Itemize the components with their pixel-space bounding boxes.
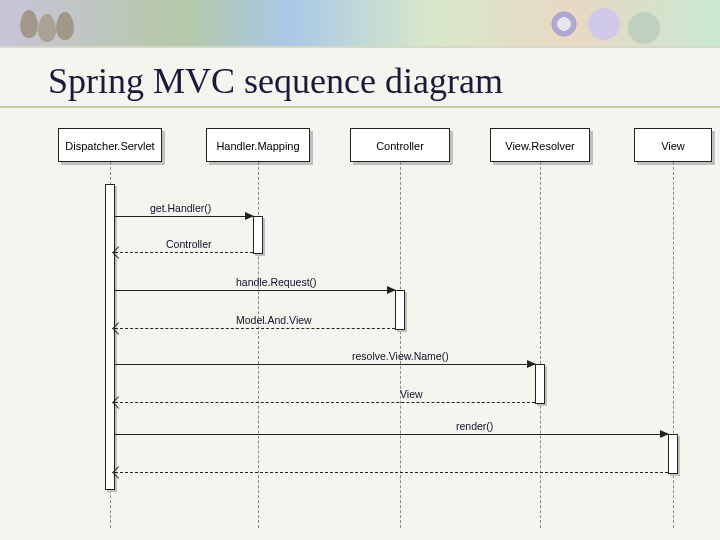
message-6: render(): [115, 434, 668, 435]
participant-resolver: View.Resolver: [490, 128, 590, 162]
message-label: render(): [456, 420, 493, 432]
message-5: View: [115, 402, 535, 403]
message-2: handle.Request(): [115, 290, 395, 291]
return-line-icon: [115, 472, 668, 473]
message-label: Controller: [166, 238, 212, 250]
call-line-icon: [115, 290, 395, 291]
activation-resolver: [535, 364, 545, 404]
call-line-icon: [115, 364, 535, 365]
message-label: View: [400, 388, 423, 400]
message-label: handle.Request(): [236, 276, 317, 288]
call-line-icon: [115, 434, 668, 435]
participant-dispatcher: Dispatcher.Servlet: [58, 128, 162, 162]
activation-controller: [395, 290, 405, 330]
return-line-icon: [115, 252, 253, 253]
return-line-icon: [115, 402, 535, 403]
message-label: resolve.View.Name(): [352, 350, 449, 362]
return-line-icon: [115, 328, 395, 329]
lifeline-controller: [400, 162, 401, 528]
message-4: resolve.View.Name(): [115, 364, 535, 365]
message-1: Controller: [115, 252, 253, 253]
message-3: Model.And.View: [115, 328, 395, 329]
lifeline-resolver: [540, 162, 541, 528]
participant-controller: Controller: [350, 128, 450, 162]
arrow-head-icon: [527, 360, 536, 368]
participant-view: View: [634, 128, 712, 162]
sequence-diagram: Dispatcher.ServletHandler.MappingControl…: [0, 128, 720, 528]
decorative-banner: [0, 0, 720, 48]
call-line-icon: [115, 216, 253, 217]
message-label: Model.And.View: [236, 314, 312, 326]
arrow-head-icon: [660, 430, 669, 438]
activation-dispatcher: [105, 184, 115, 490]
message-0: get.Handler(): [115, 216, 253, 217]
message-7: [115, 472, 668, 473]
arrow-head-icon: [245, 212, 254, 220]
message-label: get.Handler(): [150, 202, 211, 214]
activation-view: [668, 434, 678, 474]
arrow-head-icon: [387, 286, 396, 294]
participant-mapping: Handler.Mapping: [206, 128, 310, 162]
page-title: Spring MVC sequence diagram: [0, 48, 720, 108]
activation-mapping: [253, 216, 263, 254]
